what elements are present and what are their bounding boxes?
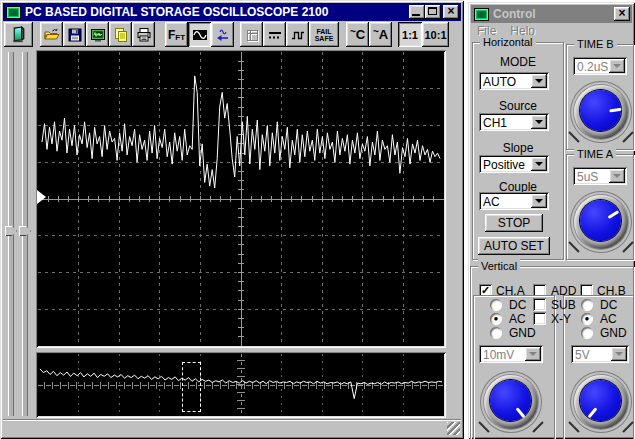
control-close-button[interactable]: × [614, 7, 630, 21]
print-button[interactable] [132, 22, 155, 47]
sine-screen-icon [192, 27, 208, 43]
time-a-knob[interactable] [574, 195, 628, 249]
maximize-button[interactable] [425, 5, 441, 19]
calibrate-a-button[interactable]: ~A [369, 22, 392, 47]
channel-b-ac-label: AC [600, 312, 617, 326]
channel-a-position-slider-thumb[interactable] [5, 226, 17, 236]
channel-b-gain-knob[interactable] [574, 375, 628, 429]
display-capture-button[interactable] [86, 22, 109, 47]
overview-grid-and-trace [38, 354, 444, 416]
channel-b-gnd-label: GND [600, 326, 627, 340]
auto-set-button-label: AUTO SET [484, 239, 544, 253]
undo-zoom-button[interactable] [211, 22, 234, 47]
channel-a-volts-arrow-icon [525, 347, 541, 361]
save-floppy-icon [67, 27, 83, 43]
control-close-icon: × [614, 7, 630, 21]
channel-b-volts-value: 5V [575, 348, 590, 362]
fft-button[interactable]: FFT [165, 22, 188, 47]
probe-ratio-10-1-button[interactable]: 10:1 [422, 22, 449, 47]
channel-a-gnd-radio[interactable] [490, 327, 502, 339]
time-b-select: 0.2uS [573, 57, 627, 75]
close-icon: × [443, 5, 459, 19]
channel-a-gain-knob[interactable] [484, 375, 538, 429]
grid-toggle-button [240, 22, 263, 47]
control-titlebar: Control [471, 5, 632, 23]
fail-safe-label-1: FAIL [316, 28, 331, 35]
xy-checkbox[interactable] [533, 312, 546, 325]
sub-checkbox[interactable] [533, 298, 546, 311]
couple-value: AC [483, 195, 500, 209]
mode-value: AUTO [483, 75, 516, 89]
probe-ratio-1-1-button[interactable]: 1:1 [398, 22, 422, 47]
main-window: PC BASED DIGITAL STORAGE OSCILLOSCOPE 21… [0, 0, 464, 439]
xy-label: X-Y [551, 312, 571, 326]
fft-label: F [168, 28, 175, 42]
control-app-icon [474, 8, 489, 21]
fft-sub-label: FT [175, 33, 185, 42]
time-a-group-label: TIME A [574, 147, 616, 161]
save-button[interactable] [63, 22, 86, 47]
channel-a-ac-label: AC [509, 312, 526, 326]
exit-door-icon [10, 26, 27, 43]
waveform-mode-button[interactable] [188, 22, 211, 47]
channel-b-dc-radio[interactable] [581, 299, 593, 311]
grid-icon [244, 27, 260, 43]
overview-selection-window[interactable] [182, 362, 201, 412]
channel-a-ac-radio[interactable]: ● [490, 313, 502, 325]
minimize-button[interactable] [409, 5, 425, 19]
channel-a-dc-label: DC [509, 298, 526, 312]
status-bar [3, 419, 461, 436]
fail-safe-label-2: SAFE [315, 35, 334, 42]
resize-grip[interactable] [447, 422, 460, 435]
channel-a-volts-value: 10mV [483, 348, 514, 362]
mode-label: MODE [473, 55, 563, 69]
time-b-group: TIME B 0.2uS [566, 44, 634, 150]
horizontal-group-label: Horizontal [480, 35, 536, 49]
copy-pages-icon [113, 27, 129, 43]
main-titlebar: PC BASED DIGITAL STORAGE OSCILLOSCOPE 21… [3, 3, 461, 21]
ratio-1-1-label: 1:1 [402, 29, 418, 41]
slope-select[interactable]: Positive [479, 155, 549, 173]
source-value: CH1 [483, 116, 507, 130]
sub-label: SUB [551, 298, 576, 312]
time-a-select: 5uS [573, 167, 627, 185]
channel-b-position-slider-thumb[interactable] [19, 226, 31, 236]
time-b-value: 0.2uS [577, 60, 608, 74]
probe-a-label: A [379, 27, 388, 42]
mode-select[interactable]: AUTO [479, 72, 549, 90]
dotted-display-button[interactable] [263, 22, 286, 47]
main-window-title: PC BASED DIGITAL STORAGE OSCILLOSCOPE 21… [25, 5, 328, 19]
close-button[interactable]: × [443, 5, 459, 19]
auto-set-button[interactable]: AUTO SET [478, 237, 550, 255]
source-select[interactable]: CH1 [479, 113, 549, 131]
couple-select[interactable]: AC [479, 192, 549, 210]
horizontal-group: Horizontal MODE AUTO Source CH1 Slope Po… [472, 42, 564, 260]
calibrate-c-button[interactable]: ~C [346, 22, 369, 47]
source-label: Source [473, 99, 563, 113]
copy-button[interactable] [109, 22, 132, 47]
control-window: Control × File Help Horizontal MODE AUTO… [468, 2, 635, 439]
channel-b-ac-radio[interactable]: ● [581, 313, 593, 325]
fail-safe-button[interactable]: FAIL SAFE [309, 22, 339, 47]
couple-dropdown-arrow-icon [531, 194, 547, 208]
time-b-knob[interactable] [574, 85, 628, 139]
channel-a-gnd-label: GND [509, 326, 536, 340]
step-wave-button[interactable] [286, 22, 309, 47]
slope-value: Positive [483, 158, 525, 172]
source-dropdown-arrow-icon [531, 115, 547, 129]
stop-button[interactable]: STOP [485, 214, 543, 232]
channel-b-volts-arrow-icon [611, 347, 627, 361]
time-a-dropdown-arrow-icon [609, 169, 625, 183]
overview-display [36, 352, 446, 418]
exit-button[interactable] [4, 22, 33, 47]
channel-b-gnd-radio[interactable] [581, 327, 593, 339]
control-window-title: Control [493, 7, 536, 21]
scope-app-icon [6, 6, 21, 19]
channel-a-dc-radio[interactable] [490, 299, 502, 311]
time-a-group: TIME A 5uS [566, 154, 634, 260]
open-button[interactable] [40, 22, 63, 47]
scope-screen-icon [90, 27, 106, 43]
main-scope-display [36, 50, 446, 348]
vertical-group: Vertical ✓ CH.A ADD CH.B DC ● AC GND SUB… [470, 266, 634, 439]
trigger-level-arrow[interactable] [37, 190, 46, 204]
